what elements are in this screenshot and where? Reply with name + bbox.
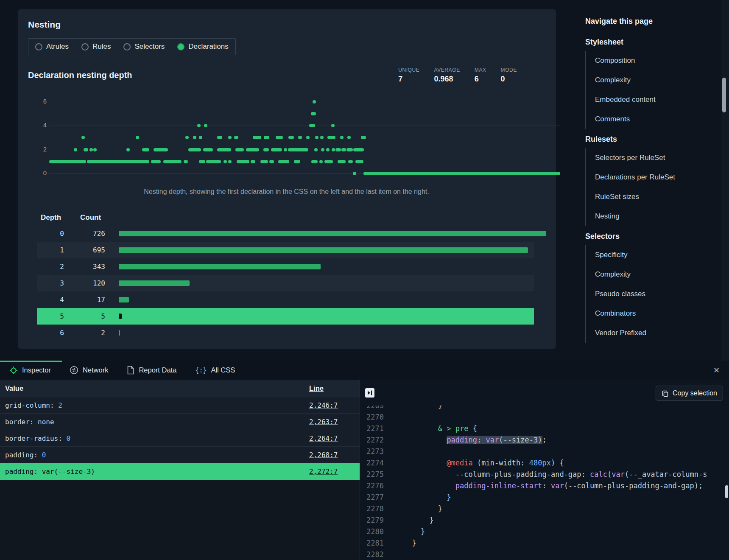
tab-report-data[interactable]: Report Data [117, 361, 186, 380]
line-link[interactable]: 2,263:7 [309, 418, 338, 426]
value-table-row[interactable]: padding: var(--size-3)2,272:7 [0, 463, 360, 480]
line-number: 2276 [360, 480, 384, 492]
code-line: 2280} [360, 526, 729, 538]
value-table-row[interactable]: border: none2,263:7 [0, 414, 360, 430]
count-cell: 726 [71, 225, 110, 242]
line-number: 2273 [360, 446, 384, 457]
tab-network[interactable]: Network [60, 361, 118, 380]
scatter-dot [228, 160, 232, 163]
scatter-dot [306, 136, 310, 139]
panel-toggle-icon[interactable] [365, 388, 374, 398]
count-cell: 120 [71, 275, 110, 291]
scatter-dot [347, 136, 351, 139]
page-scrollbar-track[interactable] [721, 0, 729, 361]
depth-table-row[interactable]: 3120 [37, 275, 534, 291]
line-number: 2278 [360, 503, 384, 515]
scatter-dot [340, 136, 344, 139]
line-link[interactable]: 2,268:7 [309, 451, 338, 459]
page-scrollbar-thumb[interactable] [722, 78, 726, 112]
code-token: ) { [551, 459, 564, 467]
y-axis-tick-label: 2 [38, 146, 47, 153]
code-text: } [403, 515, 434, 526]
value-table-row[interactable]: border-radius: 02,264:7 [0, 430, 360, 447]
sidebar-item-complexity[interactable]: Complexity [586, 70, 715, 90]
scatter-dot [204, 124, 207, 127]
line-link[interactable]: 2,246:7 [309, 401, 338, 409]
code-token: } [421, 527, 425, 536]
sidebar-item-embedded-content[interactable]: Embedded content [586, 90, 715, 109]
depth-table-row[interactable]: 55 [37, 308, 534, 325]
declaration-value: border-radius: 0 [5, 434, 70, 442]
sidebar-item-selectors-per-ruleset[interactable]: Selectors per RuleSet [586, 148, 715, 168]
value-token: none [38, 418, 54, 426]
depth-table-row[interactable]: 1695 [37, 242, 534, 258]
sidebar-item-complexity[interactable]: Complexity [586, 265, 715, 284]
stat-label: MAX [475, 67, 486, 73]
sidebar-item-ruleset-sizes[interactable]: RuleSet sizes [586, 187, 715, 207]
sidebar-item-specificity[interactable]: Specificity [586, 245, 715, 265]
value-token: padding [5, 451, 34, 459]
code-token: 480px [529, 459, 551, 467]
scatter-dot [326, 148, 330, 151]
sidebar-item-pseudo-classes[interactable]: Pseudo classes [586, 284, 715, 304]
value-token: var(--size-3) [42, 468, 95, 476]
copy-selection-button[interactable]: Copy selection [656, 386, 723, 401]
line-column-header[interactable]: Line [309, 384, 324, 392]
declaration-value: padding: var(--size-3) [5, 468, 95, 476]
scatter-dot [321, 148, 324, 151]
code-line: 2279} [360, 515, 729, 526]
count-bar-cell [110, 308, 534, 325]
line-link[interactable]: 2,264:7 [309, 434, 338, 442]
scatter-dot [332, 148, 335, 151]
copy-selection-label: Copy selection [673, 389, 717, 397]
depth-table-row[interactable]: 62 [37, 325, 534, 341]
sidebar-item-composition[interactable]: Composition [586, 51, 715, 70]
scatter-dot [264, 136, 269, 139]
scatter-dot [223, 160, 227, 163]
chart-title: Declaration nesting depth [28, 67, 132, 80]
value-table-row[interactable]: padding: 02,268:7 [0, 447, 360, 463]
sidebar-item-comments[interactable]: Comments [586, 109, 715, 129]
radio-option-atrules[interactable]: Atrules [35, 42, 69, 51]
sidebar-item-nesting[interactable]: Nesting [586, 207, 715, 226]
count-cell: 343 [71, 258, 110, 275]
count-cell: 695 [71, 242, 110, 258]
sidebar-item-combinators[interactable]: Combinators [586, 304, 715, 323]
tab-all-css[interactable]: {:}All CSS [186, 361, 244, 380]
code-token: } [447, 493, 451, 501]
stat-value: 0.968 [434, 75, 460, 84]
value-token: : [34, 468, 42, 476]
value-table-row[interactable]: grid-column: 22,246:7 [0, 397, 360, 414]
depth-table-row[interactable]: 2343 [37, 258, 534, 275]
code-token: } [438, 504, 442, 513]
value-token: 2 [58, 401, 62, 409]
depth-table-row[interactable]: 417 [37, 291, 534, 308]
line-link[interactable]: 2,272:7 [309, 468, 338, 476]
column-divider [303, 397, 303, 413]
code-scroll-area[interactable]: 2269}22702271& > pre {2272padding: var(-… [360, 406, 729, 560]
selected-code: padding: var(--size-3) [447, 436, 542, 444]
sidebar-list: SpecificityComplexityPseudo classesCombi… [585, 245, 715, 343]
scatter-dot [217, 148, 231, 151]
scatter-dot [288, 148, 308, 151]
radio-option-rules[interactable]: Rules [81, 42, 111, 51]
value-column-header: Value [5, 384, 23, 392]
scatter-dot [298, 136, 302, 139]
radio-option-declarations[interactable]: Declarations [177, 42, 229, 51]
code-scrollbar-thumb[interactable] [725, 485, 728, 498]
scatter-dot [74, 148, 77, 151]
count-bar [119, 330, 120, 336]
scatter-dot [203, 148, 213, 151]
radio-option-selectors[interactable]: Selectors [123, 42, 165, 51]
code-token: @media [447, 459, 472, 467]
sidebar-item-vendor-prefixed[interactable]: Vendor Prefixed [586, 323, 715, 343]
code-line: 2275--column-plus-padding-and-gap: calc(… [360, 469, 729, 480]
count-bar [119, 314, 122, 319]
scatter-dot [288, 136, 294, 139]
sidebar-item-declarations-per-ruleset[interactable]: Declarations per RuleSet [586, 168, 715, 187]
close-icon[interactable]: ✕ [713, 366, 720, 375]
depth-table-row[interactable]: 0726 [37, 225, 534, 242]
scatter-dot [338, 160, 346, 163]
code-token: (min-width: [473, 459, 529, 467]
tab-inspector[interactable]: Inspector [0, 361, 60, 380]
